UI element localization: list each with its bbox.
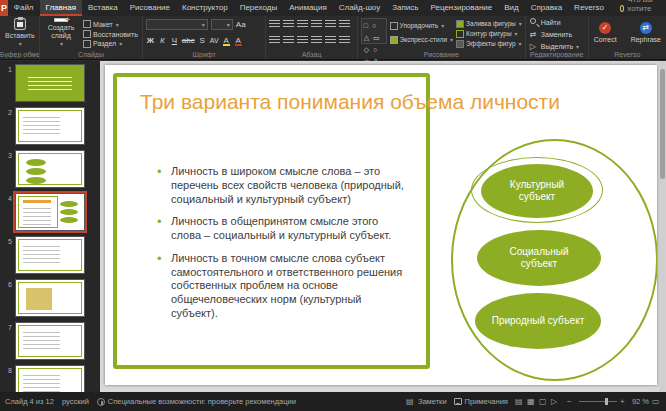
tab-home[interactable]: Главная (40, 0, 82, 16)
slide-number-indicator[interactable]: Слайд 4 из 12 (5, 397, 54, 406)
accessibility-checker[interactable]: Специальные возможности: проверьте реком… (97, 397, 296, 406)
tell-me-search[interactable]: Что вы хотите сделать (620, 0, 666, 16)
zoom-in-button[interactable] (620, 397, 629, 406)
slide-thumbnail-panel[interactable]: 1 2 3 4 5 6 7 8 (0, 61, 100, 392)
slide-thumbnail-1[interactable] (15, 64, 85, 102)
select-button[interactable]: Выделить (529, 42, 585, 51)
slide-sorter-view-button[interactable] (527, 397, 536, 406)
paragraph-group: Абзац (266, 16, 357, 59)
new-slide-button[interactable]: Создать слайд (43, 18, 79, 48)
text-shadow-button[interactable]: S (198, 35, 207, 46)
slide-thumbnail-4[interactable] (15, 193, 85, 231)
find-button[interactable]: Найти (529, 18, 585, 27)
reset-button[interactable]: Восстановить (82, 30, 139, 39)
natural-subject-ellipse[interactable]: Природный субъект (475, 293, 601, 349)
social-subject-ellipse[interactable]: Социальный субъект (477, 230, 601, 286)
quick-styles-icon (390, 36, 398, 44)
tab-file[interactable]: Файл (8, 0, 40, 16)
notes-toggle-button[interactable]: Заметки (406, 397, 447, 406)
bullet-list-button[interactable] (269, 20, 280, 29)
reading-view-button[interactable] (539, 397, 548, 406)
slide-thumbnail-5[interactable] (15, 236, 85, 274)
vertical-scrollbar[interactable] (659, 61, 666, 392)
drawing-group: □ ○ △ ▭ ◇ ○ ☆ ▯ Упорядочить Экспресс-сти… (358, 16, 526, 59)
line-spacing-button[interactable] (325, 20, 336, 29)
layout-button[interactable]: Макет (82, 20, 139, 29)
language-indicator[interactable]: русский (62, 397, 89, 406)
comments-toggle-button[interactable]: Примечания (454, 397, 508, 406)
reverso-correct-button[interactable]: ✓ Correct (592, 18, 619, 48)
quick-styles-button[interactable]: Экспресс-стили (390, 33, 454, 46)
font-color-button[interactable]: А (234, 35, 243, 46)
strikethrough-button[interactable]: abc (182, 35, 195, 46)
slide-thumbnail-6[interactable] (15, 279, 85, 317)
zoom-slider[interactable] (579, 401, 617, 402)
slide-title[interactable]: Три варианта понимания объема личности (135, 89, 565, 115)
character-spacing-button[interactable]: AV (210, 35, 219, 46)
tab-view[interactable]: Вид (498, 0, 524, 16)
status-bar: Слайд 4 из 12 русский Специальные возмож… (0, 392, 666, 411)
scrollbar-thumb[interactable] (660, 69, 665, 179)
cultural-subject-ellipse[interactable]: Культурный субъект (481, 164, 593, 218)
reverso-rephrase-button[interactable]: ⇄ Rephrase (629, 18, 663, 48)
shape-fill-button[interactable]: Заливка фигуры (456, 19, 522, 28)
align-right-button[interactable] (297, 36, 308, 45)
indent-decrease-button[interactable] (297, 20, 308, 29)
paste-button[interactable]: Вставить (3, 18, 37, 48)
tab-transitions[interactable]: Переходы (234, 0, 284, 16)
slide-thumbnail-3[interactable] (15, 150, 85, 188)
italic-button[interactable]: К (158, 35, 167, 46)
align-center-button[interactable] (283, 36, 294, 45)
highlight-color-button[interactable]: А (222, 35, 231, 46)
bullet-item[interactable]: Личность в широком смысле слова – это пе… (157, 165, 409, 206)
thumb-preview (16, 366, 84, 392)
replace-icon (530, 30, 539, 39)
bullet-item[interactable]: Личность в общепринятом смысле этого сло… (157, 215, 409, 243)
slide-thumbnail-7[interactable] (15, 322, 85, 360)
fit-to-window-button[interactable] (652, 397, 661, 406)
text-direction-button[interactable] (339, 20, 350, 29)
align-left-button[interactable] (269, 36, 280, 45)
tab-record[interactable]: Запись (386, 0, 424, 16)
zoom-level[interactable]: 92 % (632, 397, 649, 406)
font-size-select[interactable] (211, 19, 233, 30)
tab-help[interactable]: Справка (525, 0, 568, 16)
shape-effects-button[interactable]: Эффекты фигур (456, 39, 522, 48)
bullet-item[interactable]: Личность в точном смысле слова субъект с… (157, 252, 409, 321)
shape-outline-button[interactable]: Контур фигуры (456, 29, 522, 38)
thumb-number: 2 (2, 107, 15, 145)
shape-fill-icon (456, 20, 464, 28)
tab-animations[interactable]: Анимация (283, 0, 333, 16)
smartart-convert-button[interactable] (339, 36, 350, 45)
zoom-out-button[interactable] (567, 397, 576, 406)
section-icon (83, 40, 91, 48)
arrange-button[interactable]: Упорядочить (390, 19, 454, 32)
app-icon: P (0, 0, 8, 16)
tab-design[interactable]: Конструктор (176, 0, 234, 16)
columns-button[interactable] (325, 36, 336, 45)
underline-button[interactable]: Ч (170, 35, 179, 46)
increase-font-button[interactable]: Аа (236, 19, 246, 30)
tab-review[interactable]: Рецензирование (424, 0, 498, 16)
normal-view-button[interactable] (515, 397, 524, 406)
bold-button[interactable]: Ж (146, 35, 155, 46)
slides-group-label: Слайды (40, 51, 142, 58)
thumb-number: 4 (2, 193, 15, 231)
slide-thumbnail-2[interactable] (15, 107, 85, 145)
numbered-list-button[interactable] (283, 20, 294, 29)
tab-slideshow[interactable]: Слайд-шоу (333, 0, 386, 16)
tab-insert[interactable]: Вставка (82, 0, 124, 16)
slide-thumbnail-8[interactable] (15, 365, 85, 392)
tab-reverso[interactable]: Reverso (568, 0, 610, 16)
zoom-slider-thumb[interactable] (605, 398, 608, 405)
section-button[interactable]: Раздел (82, 39, 139, 48)
indent-increase-button[interactable] (311, 20, 322, 29)
replace-button[interactable]: Заменить (529, 30, 585, 39)
font-name-select[interactable] (146, 19, 208, 30)
slide-body-text[interactable]: Личность в широком смысле слова – это пе… (157, 165, 409, 330)
shapes-gallery[interactable]: □ ○ △ ▭ ◇ ○ ☆ ▯ (361, 18, 387, 44)
justify-button[interactable] (311, 36, 322, 45)
slideshow-view-button[interactable] (551, 397, 560, 406)
slides-group: Создать слайд Макет Восстановить Раздел … (40, 16, 143, 59)
tab-draw[interactable]: Рисование (124, 0, 176, 16)
